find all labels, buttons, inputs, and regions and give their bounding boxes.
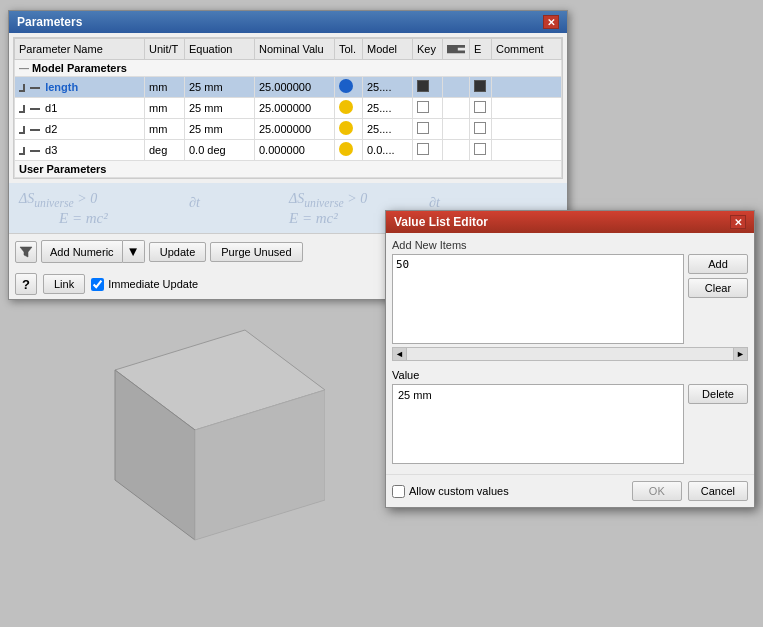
3d-cube-area [15, 290, 355, 590]
vle-titlebar: Value List Editor ✕ [386, 211, 754, 233]
watermark2: ∂t [189, 195, 200, 211]
vle-content: Add New Items 50 Add Clear ◄ ► Value 25 … [386, 233, 754, 470]
user-params-label: User Parameters [19, 163, 106, 175]
clear-button[interactable]: Clear [688, 278, 748, 298]
e-checkbox[interactable] [474, 122, 486, 134]
key-checkbox[interactable] [417, 143, 429, 155]
watermark3: ΔSuniverse > 0 [289, 191, 367, 210]
col-equation: Equation [185, 39, 255, 60]
col-e: E [470, 39, 492, 60]
table-row[interactable]: d2 mm 25 mm 25.000000 25.... [15, 119, 562, 140]
table-row[interactable]: d3 deg 0.0 deg 0.000000 0.0.... [15, 140, 562, 161]
value-row: 25 mm Delete [392, 384, 748, 464]
vle-right-buttons: Add Clear [688, 254, 748, 298]
vle-title: Value List Editor [394, 215, 488, 229]
list-item[interactable]: 25 mm [396, 388, 680, 402]
value-list[interactable]: 25 mm [392, 384, 684, 464]
purge-unused-button[interactable]: Purge Unused [210, 242, 302, 262]
immediate-update-label[interactable]: Immediate Update [91, 278, 198, 291]
add-numeric-group: Add Numeric ▼ [41, 240, 145, 263]
ok-button[interactable]: OK [632, 481, 682, 501]
e-checkbox[interactable] [474, 143, 486, 155]
tol-indicator [339, 142, 353, 156]
add-numeric-button[interactable]: Add Numeric [41, 240, 123, 263]
value-section: Value 25 mm Delete [392, 369, 748, 464]
e-checkbox[interactable] [474, 101, 486, 113]
tol-indicator [339, 100, 353, 114]
delete-button[interactable]: Delete [688, 384, 748, 404]
params-title: Parameters [17, 15, 82, 29]
allow-custom-label[interactable]: Allow custom values [392, 485, 626, 498]
immediate-update-checkbox[interactable] [91, 278, 104, 291]
col-icon [443, 39, 470, 60]
user-params-group: User Parameters [15, 161, 562, 178]
col-comment: Comment [492, 39, 562, 60]
model-params-group: — Model Parameters [15, 60, 562, 77]
add-items-textarea[interactable]: 50 [392, 254, 684, 344]
horizontal-scrollbar[interactable]: ◄ ► [392, 347, 748, 361]
params-close-button[interactable]: ✕ [543, 15, 559, 29]
watermark-formula2: E = mc² [289, 210, 338, 227]
table-row[interactable]: d1 mm 25 mm 25.000000 25.... [15, 98, 562, 119]
scroll-right-button[interactable]: ► [733, 348, 747, 360]
col-key: Key [413, 39, 443, 60]
params-table-area: Parameter Name Unit/T Equation Nominal V… [13, 37, 563, 179]
watermark4: ∂t [429, 195, 440, 211]
col-unit: Unit/T [145, 39, 185, 60]
scroll-track [407, 348, 733, 360]
cancel-button[interactable]: Cancel [688, 481, 748, 501]
filter-button[interactable] [15, 241, 37, 263]
value-list-editor-dialog: Value List Editor ✕ Add New Items 50 Add… [385, 210, 755, 508]
vle-input-area: 50 Add Clear [392, 254, 748, 344]
add-numeric-dropdown[interactable]: ▼ [123, 240, 145, 263]
value-label: Value [392, 369, 748, 381]
e-checkbox[interactable] [474, 80, 486, 92]
update-button[interactable]: Update [149, 242, 206, 262]
col-param-name: Parameter Name [15, 39, 145, 60]
vle-delete-area: Delete [688, 384, 748, 404]
col-model: Model [363, 39, 413, 60]
key-checkbox[interactable] [417, 101, 429, 113]
add-button[interactable]: Add [688, 254, 748, 274]
cube-svg [45, 310, 325, 570]
model-params-label: Model Parameters [32, 62, 127, 74]
add-new-items-label: Add New Items [392, 239, 748, 251]
table-row[interactable]: length mm 25 mm 25.000000 25.... [15, 77, 562, 98]
params-table: Parameter Name Unit/T Equation Nominal V… [14, 38, 562, 178]
key-checkbox[interactable] [417, 80, 429, 92]
params-titlebar: Parameters ✕ [9, 11, 567, 33]
vle-footer: Allow custom values OK Cancel [386, 474, 754, 507]
col-tol: Tol. [335, 39, 363, 60]
vle-footer-buttons: OK Cancel [632, 481, 748, 501]
vle-close-button[interactable]: ✕ [730, 215, 746, 229]
allow-custom-checkbox[interactable] [392, 485, 405, 498]
key-checkbox[interactable] [417, 122, 429, 134]
col-nominal: Nominal Valu [255, 39, 335, 60]
tol-indicator [339, 121, 353, 135]
watermark-formula: E = mc² [59, 210, 108, 227]
tol-indicator [339, 79, 353, 93]
watermark1: ΔSuniverse > 0 [19, 191, 97, 210]
svg-marker-0 [20, 247, 32, 257]
scroll-left-button[interactable]: ◄ [393, 348, 407, 360]
